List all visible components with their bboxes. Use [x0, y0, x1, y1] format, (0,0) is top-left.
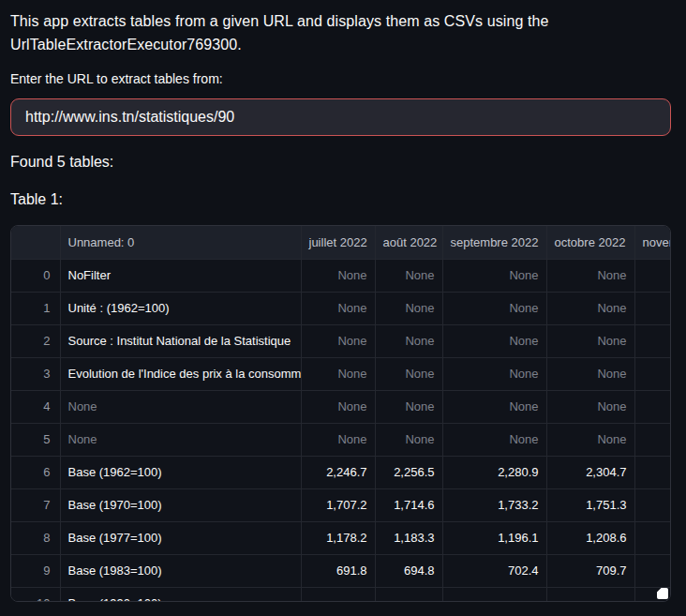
row-name-cell[interactable]: Base (1970=100) [60, 488, 301, 521]
value-cell[interactable]: None [442, 423, 546, 456]
index-column-header[interactable] [11, 226, 60, 259]
value-cell[interactable]: None [375, 259, 442, 292]
table-row: 8Base (1977=100)1,178.21,183.31,196.11,2… [11, 521, 671, 554]
row-index-cell[interactable]: 1 [11, 292, 60, 324]
value-cell[interactable]: 1,208.6 [546, 521, 634, 554]
row-index-cell[interactable]: 8 [11, 521, 60, 554]
value-cell[interactable]: None [301, 259, 375, 292]
app-root: This app extracts tables from a given UR… [10, 0, 671, 602]
row-index-cell[interactable]: 4 [11, 390, 60, 423]
app-description: This app extracts tables from a given UR… [10, 0, 671, 56]
value-cell[interactable] [634, 488, 671, 521]
value-cell[interactable]: 694.8 [375, 554, 442, 587]
value-cell[interactable]: 1,733.2 [442, 488, 546, 521]
value-cell[interactable]: None [375, 292, 442, 324]
value-cell[interactable]: None [442, 324, 546, 357]
table-row: 6Base (1962=100)2,246.72,256.52,280.92,3… [11, 456, 671, 488]
value-cell[interactable]: None [546, 357, 634, 390]
row-name-cell[interactable]: Source : Institut National de la Statist… [60, 324, 301, 357]
column-header[interactable]: août 2022 [375, 226, 442, 259]
row-name-cell[interactable]: Base (1983=100) [60, 554, 301, 587]
value-cell[interactable]: None [301, 357, 375, 390]
value-cell[interactable]: None [546, 292, 634, 324]
column-header[interactable]: octobre 2022 [546, 226, 634, 259]
table-row: 1Unité : (1962=100)NoneNoneNoneNone [11, 292, 671, 324]
table-row: 10Base (1990=100) [11, 587, 671, 602]
value-cell[interactable] [634, 423, 671, 456]
table-row: 9Base (1983=100)691.8694.8702.4709.7 [11, 554, 671, 587]
value-cell[interactable]: None [546, 390, 634, 423]
value-cell[interactable]: None [375, 423, 442, 456]
row-name-cell[interactable]: Base (1962=100) [60, 456, 301, 488]
value-cell[interactable]: None [301, 292, 375, 324]
value-cell[interactable]: None [375, 324, 442, 357]
dataframe: Unnamed: 0juillet 2022août 2022septembre… [11, 226, 671, 602]
value-cell[interactable] [634, 390, 671, 423]
row-index-cell[interactable]: 6 [11, 456, 60, 488]
row-name-cell[interactable]: None [60, 390, 301, 423]
value-cell[interactable]: 1,196.1 [442, 521, 546, 554]
value-cell[interactable]: None [442, 357, 546, 390]
value-cell[interactable]: 1,178.2 [301, 521, 375, 554]
value-cell[interactable]: 1,714.6 [375, 488, 442, 521]
row-index-cell[interactable]: 7 [11, 488, 60, 521]
value-cell[interactable]: 702.4 [442, 554, 546, 587]
url-input[interactable] [10, 98, 671, 136]
value-cell[interactable]: None [375, 390, 442, 423]
row-name-cell[interactable]: Evolution de l'Indice des prix à la cons… [60, 357, 301, 390]
row-index-cell[interactable]: 9 [11, 554, 60, 587]
value-cell[interactable] [301, 587, 375, 602]
value-cell[interactable]: None [301, 423, 375, 456]
row-index-cell[interactable]: 10 [11, 587, 60, 602]
row-name-cell[interactable]: NoFilter [60, 259, 301, 292]
value-cell[interactable]: None [442, 390, 546, 423]
value-cell[interactable]: 1,751.3 [546, 488, 634, 521]
value-cell[interactable]: 2,304.7 [546, 456, 634, 488]
value-cell[interactable] [634, 554, 671, 587]
value-cell[interactable]: None [301, 324, 375, 357]
value-cell[interactable]: None [546, 259, 634, 292]
value-cell[interactable]: None [442, 259, 546, 292]
value-cell[interactable] [375, 587, 442, 602]
column-header[interactable]: juillet 2022 [301, 226, 375, 259]
value-cell[interactable]: None [301, 390, 375, 423]
row-index-cell[interactable]: 5 [11, 423, 60, 456]
value-cell[interactable]: None [546, 324, 634, 357]
value-cell[interactable] [634, 521, 671, 554]
value-cell[interactable]: 2,280.9 [442, 456, 546, 488]
row-name-cell[interactable]: Unité : (1962=100) [60, 292, 301, 324]
value-cell[interactable] [634, 456, 671, 488]
row-name-cell[interactable]: Base (1977=100) [60, 521, 301, 554]
value-cell[interactable]: 1,183.3 [375, 521, 442, 554]
table-title: Table 1: [10, 191, 671, 208]
table-row: 2Source : Institut National de la Statis… [11, 324, 671, 357]
value-cell[interactable] [634, 324, 671, 357]
dataframe-body: 0NoFilterNoneNoneNoneNone1Unité : (1962=… [11, 259, 671, 602]
value-cell[interactable] [546, 587, 634, 602]
value-cell[interactable]: None [546, 423, 634, 456]
row-index-cell[interactable]: 2 [11, 324, 60, 357]
value-cell[interactable]: 2,246.7 [301, 456, 375, 488]
row-name-cell[interactable]: Base (1990=100) [60, 587, 301, 602]
row-index-cell[interactable]: 0 [11, 259, 60, 292]
column-header[interactable]: septembre 2022 [442, 226, 546, 259]
column-header[interactable]: novembre 2022 [634, 226, 671, 259]
value-cell[interactable]: 709.7 [546, 554, 634, 587]
value-cell[interactable]: 1,707.2 [301, 488, 375, 521]
row-name-cell[interactable]: None [60, 423, 301, 456]
value-cell[interactable]: 691.8 [301, 554, 375, 587]
value-cell[interactable]: None [442, 292, 546, 324]
table-row: 7Base (1970=100)1,707.21,714.61,733.21,7… [11, 488, 671, 521]
value-cell[interactable] [442, 587, 546, 602]
value-cell[interactable]: None [375, 357, 442, 390]
table-row: 0NoFilterNoneNoneNoneNone [11, 259, 671, 292]
table-row: 5NoneNoneNoneNoneNone [11, 423, 671, 456]
row-index-cell[interactable]: 3 [11, 357, 60, 390]
url-input-label: Enter the URL to extract tables from: [10, 71, 671, 87]
column-header[interactable]: Unnamed: 0 [60, 226, 301, 259]
value-cell[interactable] [634, 357, 671, 390]
value-cell[interactable] [634, 259, 671, 292]
value-cell[interactable] [634, 292, 671, 324]
header-row: Unnamed: 0juillet 2022août 2022septembre… [11, 226, 671, 259]
value-cell[interactable]: 2,256.5 [375, 456, 442, 488]
